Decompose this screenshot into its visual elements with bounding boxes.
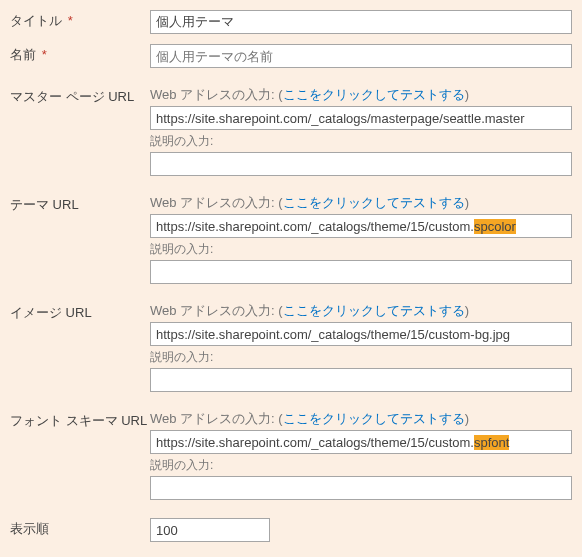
field-name <box>150 44 572 68</box>
field-image: Web アドレスの入力: (ここをクリックしてテストする) 説明の入力: <box>150 302 572 392</box>
master-test-link[interactable]: ここをクリックしてテストする <box>283 87 465 102</box>
label-name: 名前 * <box>10 44 150 64</box>
theme-test-link[interactable]: ここをクリックしてテストする <box>283 195 465 210</box>
field-theme: Web アドレスの入力: (ここをクリックしてテストする) https://si… <box>150 194 572 284</box>
theme-url-input[interactable]: https://site.sharepoint.com/_catalogs/th… <box>150 214 572 238</box>
master-pre-line: Web アドレスの入力: (ここをクリックしてテストする) <box>150 86 572 104</box>
image-url-input[interactable] <box>150 322 572 346</box>
name-input[interactable] <box>150 44 572 68</box>
font-desc-input[interactable] <box>150 476 572 500</box>
font-post-text: ) <box>465 411 469 426</box>
label-theme: テーマ URL <box>10 194 150 214</box>
required-mark: * <box>42 47 47 62</box>
font-url-base: https://site.sharepoint.com/_catalogs/th… <box>156 435 474 450</box>
image-desc-label: 説明の入力: <box>150 349 572 366</box>
field-font: Web アドレスの入力: (ここをクリックしてテストする) https://si… <box>150 410 572 500</box>
row-master-url: マスター ページ URL Web アドレスの入力: (ここをクリックしてテストす… <box>10 86 572 176</box>
row-theme-url: テーマ URL Web アドレスの入力: (ここをクリックしてテストする) ht… <box>10 194 572 284</box>
image-post-text: ) <box>465 303 469 318</box>
font-url-highlight: spfont <box>474 435 509 450</box>
theme-pre-text: Web アドレスの入力: ( <box>150 195 283 210</box>
font-url-input[interactable]: https://site.sharepoint.com/_catalogs/th… <box>150 430 572 454</box>
label-master: マスター ページ URL <box>10 86 150 106</box>
required-mark: * <box>68 13 73 28</box>
row-font-url: フォント スキーマ URL Web アドレスの入力: (ここをクリックしてテスト… <box>10 410 572 500</box>
row-title: タイトル * <box>10 10 572 34</box>
font-test-link[interactable]: ここをクリックしてテストする <box>283 411 465 426</box>
image-test-link[interactable]: ここをクリックしてテストする <box>283 303 465 318</box>
master-url-input[interactable] <box>150 106 572 130</box>
label-title: タイトル * <box>10 10 150 30</box>
image-desc-input[interactable] <box>150 368 572 392</box>
field-title <box>150 10 572 34</box>
master-pre-text: Web アドレスの入力: ( <box>150 87 283 102</box>
font-desc-label: 説明の入力: <box>150 457 572 474</box>
image-pre-text: Web アドレスの入力: ( <box>150 303 283 318</box>
master-desc-label: 説明の入力: <box>150 133 572 150</box>
field-order <box>150 518 572 542</box>
title-input[interactable] <box>150 10 572 34</box>
image-pre-line: Web アドレスの入力: (ここをクリックしてテストする) <box>150 302 572 320</box>
font-pre-text: Web アドレスの入力: ( <box>150 411 283 426</box>
label-image: イメージ URL <box>10 302 150 322</box>
label-title-text: タイトル <box>10 13 62 28</box>
theme-url-base: https://site.sharepoint.com/_catalogs/th… <box>156 219 474 234</box>
row-name: 名前 * <box>10 44 572 68</box>
theme-desc-input[interactable] <box>150 260 572 284</box>
master-desc-input[interactable] <box>150 152 572 176</box>
label-name-text: 名前 <box>10 47 36 62</box>
label-order: 表示順 <box>10 518 150 538</box>
label-font: フォント スキーマ URL <box>10 410 150 430</box>
row-order: 表示順 <box>10 518 572 542</box>
theme-post-text: ) <box>465 195 469 210</box>
order-input[interactable] <box>150 518 270 542</box>
theme-desc-label: 説明の入力: <box>150 241 572 258</box>
theme-url-highlight: spcolor <box>474 219 516 234</box>
field-master: Web アドレスの入力: (ここをクリックしてテストする) 説明の入力: <box>150 86 572 176</box>
theme-pre-line: Web アドレスの入力: (ここをクリックしてテストする) <box>150 194 572 212</box>
row-image-url: イメージ URL Web アドレスの入力: (ここをクリックしてテストする) 説… <box>10 302 572 392</box>
font-pre-line: Web アドレスの入力: (ここをクリックしてテストする) <box>150 410 572 428</box>
master-post-text: ) <box>465 87 469 102</box>
